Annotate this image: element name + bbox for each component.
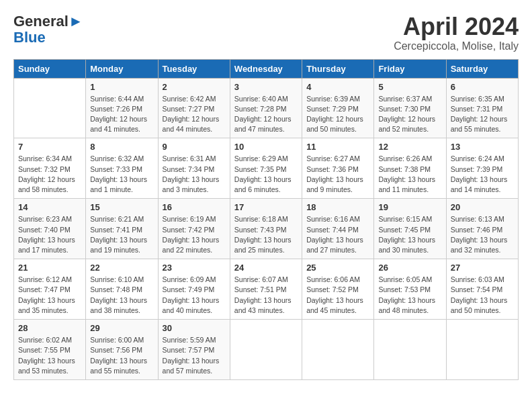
day-number: 26 <box>378 263 441 273</box>
day-number: 9 <box>163 142 226 152</box>
calendar-cell: 1Sunrise: 6:44 AMSunset: 7:26 PMDaylight… <box>86 78 158 138</box>
day-number: 20 <box>451 202 514 212</box>
calendar-cell: 21Sunrise: 6:12 AMSunset: 7:47 PMDayligh… <box>14 259 86 320</box>
day-info: Sunrise: 6:23 AMSunset: 7:40 PMDaylight:… <box>18 214 81 255</box>
calendar-cell: 26Sunrise: 6:05 AMSunset: 7:53 PMDayligh… <box>374 259 446 320</box>
calendar-cell: 11Sunrise: 6:27 AMSunset: 7:36 PMDayligh… <box>302 138 374 199</box>
day-number: 10 <box>234 142 298 152</box>
calendar-cell: 22Sunrise: 6:10 AMSunset: 7:48 PMDayligh… <box>86 259 158 320</box>
col-header-sunday: Sunday <box>14 59 86 78</box>
day-info: Sunrise: 6:35 AMSunset: 7:31 PMDaylight:… <box>451 94 514 135</box>
day-info: Sunrise: 6:40 AMSunset: 7:28 PMDaylight:… <box>234 94 298 135</box>
day-info: Sunrise: 6:13 AMSunset: 7:46 PMDaylight:… <box>451 214 514 255</box>
day-number: 3 <box>234 82 298 92</box>
day-number: 6 <box>451 82 514 92</box>
calendar-cell: 30Sunrise: 5:59 AMSunset: 7:57 PMDayligh… <box>158 320 230 380</box>
calendar-cell: 3Sunrise: 6:40 AMSunset: 7:28 PMDaylight… <box>230 78 302 138</box>
calendar-cell: 9Sunrise: 6:31 AMSunset: 7:34 PMDaylight… <box>158 138 230 199</box>
calendar-cell: 28Sunrise: 6:02 AMSunset: 7:55 PMDayligh… <box>14 320 86 380</box>
col-header-monday: Monday <box>86 59 158 78</box>
day-info: Sunrise: 6:10 AMSunset: 7:48 PMDaylight:… <box>90 275 153 316</box>
day-info: Sunrise: 5:59 AMSunset: 7:57 PMDaylight:… <box>163 335 226 376</box>
day-number: 24 <box>234 263 298 273</box>
day-number: 7 <box>18 142 81 152</box>
day-info: Sunrise: 6:15 AMSunset: 7:45 PMDaylight:… <box>378 214 441 255</box>
week-row-0: 1Sunrise: 6:44 AMSunset: 7:26 PMDaylight… <box>14 78 519 138</box>
day-number: 30 <box>163 323 226 333</box>
day-info: Sunrise: 6:16 AMSunset: 7:44 PMDaylight:… <box>306 214 369 255</box>
calendar-cell: 10Sunrise: 6:29 AMSunset: 7:35 PMDayligh… <box>230 138 302 199</box>
day-info: Sunrise: 6:31 AMSunset: 7:34 PMDaylight:… <box>163 154 226 195</box>
day-info: Sunrise: 6:02 AMSunset: 7:55 PMDaylight:… <box>18 335 81 376</box>
calendar-cell: 18Sunrise: 6:16 AMSunset: 7:44 PMDayligh… <box>302 199 374 259</box>
month-title: April 2024 <box>394 13 519 40</box>
calendar-cell: 4Sunrise: 6:39 AMSunset: 7:29 PMDaylight… <box>302 78 374 138</box>
day-info: Sunrise: 6:32 AMSunset: 7:33 PMDaylight:… <box>90 154 153 195</box>
calendar-cell <box>446 320 518 380</box>
day-number: 19 <box>378 202 441 212</box>
calendar-cell: 27Sunrise: 6:03 AMSunset: 7:54 PMDayligh… <box>446 259 518 320</box>
week-row-3: 21Sunrise: 6:12 AMSunset: 7:47 PMDayligh… <box>14 259 519 320</box>
day-number: 13 <box>451 142 514 152</box>
day-number: 22 <box>90 263 153 273</box>
day-number: 17 <box>234 202 298 212</box>
day-number: 4 <box>306 82 369 92</box>
day-info: Sunrise: 6:03 AMSunset: 7:54 PMDaylight:… <box>451 275 514 316</box>
day-info: Sunrise: 6:19 AMSunset: 7:42 PMDaylight:… <box>163 214 226 255</box>
day-number: 21 <box>18 263 81 273</box>
day-info: Sunrise: 6:06 AMSunset: 7:52 PMDaylight:… <box>306 275 369 316</box>
col-header-friday: Friday <box>374 59 446 78</box>
calendar-cell: 14Sunrise: 6:23 AMSunset: 7:40 PMDayligh… <box>14 199 86 259</box>
page-header: General► Blue April 2024 Cercepiccola, M… <box>13 13 519 52</box>
logo-blue-text: Blue <box>13 30 46 46</box>
day-number: 2 <box>163 82 226 92</box>
calendar-cell: 8Sunrise: 6:32 AMSunset: 7:33 PMDaylight… <box>86 138 158 199</box>
calendar-cell: 7Sunrise: 6:34 AMSunset: 7:32 PMDaylight… <box>14 138 86 199</box>
week-row-4: 28Sunrise: 6:02 AMSunset: 7:55 PMDayligh… <box>14 320 519 380</box>
day-info: Sunrise: 6:07 AMSunset: 7:51 PMDaylight:… <box>234 275 298 316</box>
day-number: 15 <box>90 202 153 212</box>
week-row-1: 7Sunrise: 6:34 AMSunset: 7:32 PMDaylight… <box>14 138 519 199</box>
day-info: Sunrise: 6:00 AMSunset: 7:56 PMDaylight:… <box>90 335 153 376</box>
calendar-cell <box>14 78 86 138</box>
day-number: 12 <box>378 142 441 152</box>
day-info: Sunrise: 6:37 AMSunset: 7:30 PMDaylight:… <box>378 94 441 135</box>
calendar-cell: 29Sunrise: 6:00 AMSunset: 7:56 PMDayligh… <box>86 320 158 380</box>
day-info: Sunrise: 6:24 AMSunset: 7:39 PMDaylight:… <box>451 154 514 195</box>
calendar-cell: 6Sunrise: 6:35 AMSunset: 7:31 PMDaylight… <box>446 78 518 138</box>
day-info: Sunrise: 6:39 AMSunset: 7:29 PMDaylight:… <box>306 94 369 135</box>
calendar-cell: 23Sunrise: 6:09 AMSunset: 7:49 PMDayligh… <box>158 259 230 320</box>
day-number: 29 <box>90 323 153 333</box>
day-info: Sunrise: 6:09 AMSunset: 7:49 PMDaylight:… <box>163 275 226 316</box>
day-info: Sunrise: 6:26 AMSunset: 7:38 PMDaylight:… <box>378 154 441 195</box>
col-header-tuesday: Tuesday <box>158 59 230 78</box>
calendar-cell: 13Sunrise: 6:24 AMSunset: 7:39 PMDayligh… <box>446 138 518 199</box>
day-number: 1 <box>90 82 153 92</box>
calendar-table: SundayMondayTuesdayWednesdayThursdayFrid… <box>13 59 519 380</box>
day-info: Sunrise: 6:05 AMSunset: 7:53 PMDaylight:… <box>378 275 441 316</box>
calendar-cell: 2Sunrise: 6:42 AMSunset: 7:27 PMDaylight… <box>158 78 230 138</box>
day-info: Sunrise: 6:29 AMSunset: 7:35 PMDaylight:… <box>234 154 298 195</box>
week-row-2: 14Sunrise: 6:23 AMSunset: 7:40 PMDayligh… <box>14 199 519 259</box>
day-number: 28 <box>18 323 81 333</box>
calendar-cell: 16Sunrise: 6:19 AMSunset: 7:42 PMDayligh… <box>158 199 230 259</box>
col-header-wednesday: Wednesday <box>230 59 302 78</box>
day-number: 11 <box>306 142 369 152</box>
day-info: Sunrise: 6:27 AMSunset: 7:36 PMDaylight:… <box>306 154 369 195</box>
calendar-cell <box>374 320 446 380</box>
calendar-cell: 24Sunrise: 6:07 AMSunset: 7:51 PMDayligh… <box>230 259 302 320</box>
calendar-cell: 25Sunrise: 6:06 AMSunset: 7:52 PMDayligh… <box>302 259 374 320</box>
calendar-cell: 5Sunrise: 6:37 AMSunset: 7:30 PMDaylight… <box>374 78 446 138</box>
calendar-cell <box>230 320 302 380</box>
day-number: 16 <box>163 202 226 212</box>
day-number: 25 <box>306 263 369 273</box>
calendar-cell: 19Sunrise: 6:15 AMSunset: 7:45 PMDayligh… <box>374 199 446 259</box>
calendar-header-row: SundayMondayTuesdayWednesdayThursdayFrid… <box>14 59 519 78</box>
location: Cercepiccola, Molise, Italy <box>394 40 519 52</box>
calendar-cell: 12Sunrise: 6:26 AMSunset: 7:38 PMDayligh… <box>374 138 446 199</box>
day-info: Sunrise: 6:42 AMSunset: 7:27 PMDaylight:… <box>163 94 226 135</box>
day-number: 23 <box>163 263 226 273</box>
logo-text: General► <box>13 13 83 30</box>
day-number: 27 <box>451 263 514 273</box>
day-info: Sunrise: 6:12 AMSunset: 7:47 PMDaylight:… <box>18 275 81 316</box>
